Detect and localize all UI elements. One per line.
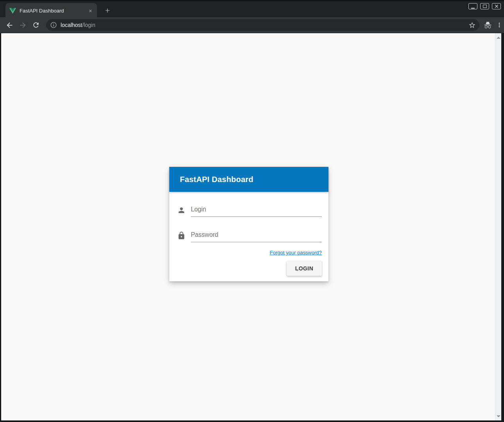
tab-close-icon[interactable]: ✕ bbox=[87, 7, 94, 14]
password-field-row bbox=[177, 231, 322, 242]
password-input[interactable] bbox=[191, 231, 322, 242]
maximize-icon bbox=[483, 5, 487, 8]
browser-tab[interactable]: FastAPI Dashboard ✕ bbox=[5, 3, 97, 18]
login-card-body: Forgot your password? LOGIN bbox=[169, 192, 328, 281]
card-actions: LOGIN bbox=[177, 261, 322, 277]
tab-title: FastAPI Dashboard bbox=[20, 8, 87, 14]
bookmark-button[interactable] bbox=[467, 20, 477, 30]
forward-arrow-icon bbox=[19, 21, 27, 29]
minimize-button[interactable] bbox=[468, 3, 477, 9]
scroll-up-button[interactable] bbox=[495, 34, 501, 41]
browser-menu-button[interactable] bbox=[493, 19, 504, 31]
forgot-password-link[interactable]: Forgot your password? bbox=[270, 250, 322, 256]
menu-kebab-icon bbox=[496, 21, 503, 29]
arrow-up-icon bbox=[497, 37, 500, 39]
browser-window: FastAPI Dashboard ✕ + bbox=[0, 0, 504, 422]
close-button[interactable] bbox=[492, 3, 501, 9]
back-arrow-icon bbox=[5, 21, 14, 29]
new-tab-button[interactable]: + bbox=[102, 5, 113, 16]
person-icon bbox=[177, 206, 186, 215]
url-text[interactable]: localhost/login bbox=[61, 22, 467, 28]
url-host: localhost bbox=[61, 22, 82, 28]
login-button[interactable]: LOGIN bbox=[287, 261, 322, 276]
page-scrollbar[interactable] bbox=[495, 33, 501, 420]
login-card-header: FastAPI Dashboard bbox=[169, 167, 328, 192]
back-button[interactable] bbox=[3, 19, 16, 31]
browser-toolbar: localhost/login bbox=[0, 17, 504, 33]
login-field-row bbox=[177, 206, 322, 217]
address-bar[interactable]: localhost/login bbox=[46, 19, 479, 31]
bookmark-star-icon bbox=[468, 21, 476, 29]
page-info-icon[interactable] bbox=[50, 21, 57, 29]
login-input[interactable] bbox=[191, 206, 322, 217]
vue-logo-favicon-icon bbox=[9, 8, 16, 14]
incognito-icon bbox=[484, 21, 492, 29]
lock-icon bbox=[177, 231, 186, 240]
maximize-button[interactable] bbox=[480, 3, 489, 9]
toolbar-right-actions bbox=[482, 19, 504, 31]
window-controls bbox=[468, 3, 501, 9]
page-content: FastAPI Dashboard Forgot your password? bbox=[1, 33, 501, 420]
arrow-down-icon bbox=[497, 415, 500, 417]
scroll-down-button[interactable] bbox=[495, 413, 501, 419]
login-card-title: FastAPI Dashboard bbox=[169, 175, 253, 184]
forgot-password-row: Forgot your password? bbox=[177, 249, 322, 256]
reload-button[interactable] bbox=[30, 19, 42, 31]
reload-icon bbox=[32, 21, 40, 29]
minimize-icon bbox=[471, 4, 475, 9]
incognito-indicator bbox=[482, 19, 493, 31]
url-path: /login bbox=[82, 22, 95, 28]
tab-strip: FastAPI Dashboard ✕ + bbox=[0, 0, 504, 17]
forward-button[interactable] bbox=[16, 19, 29, 31]
login-card: FastAPI Dashboard Forgot your password? bbox=[169, 167, 328, 281]
close-icon bbox=[495, 4, 499, 8]
